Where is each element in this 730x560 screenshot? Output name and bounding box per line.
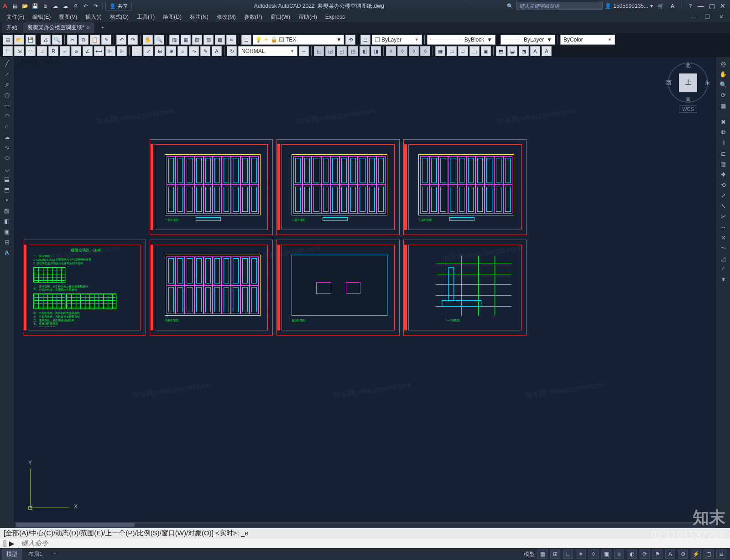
menu-view[interactable]: 视图(V) <box>55 12 81 22</box>
nav-showmot-icon[interactable]: ▦ <box>718 101 728 110</box>
iso-sw-icon[interactable]: ◊ <box>386 46 396 56</box>
workspace-icon[interactable]: ⚙ <box>678 550 688 559</box>
ucs-icon[interactable]: XY <box>30 467 71 508</box>
saveas-icon[interactable]: 🗎 <box>41 2 49 10</box>
dim-space-icon[interactable]: ⋮ <box>132 46 142 56</box>
toolpalettes-icon[interactable]: ▧ <box>192 35 202 45</box>
nav-orbit-icon[interactable]: ⟳ <box>718 90 728 99</box>
point-icon[interactable]: • <box>2 195 12 204</box>
command-line[interactable]: ▶_ 键入命令 <box>0 539 730 548</box>
linetype-dropdown[interactable]: ByBlock▼ <box>427 35 495 45</box>
lineweight-dropdown[interactable]: ByLayer▼ <box>501 35 555 45</box>
dim-dia-icon[interactable]: ⌀ <box>71 46 81 56</box>
rectangle-icon[interactable]: ▭ <box>2 101 12 110</box>
menu-help[interactable]: 帮助(H) <box>295 12 321 22</box>
drawing-canvas[interactable]: [-][俯视][二维线框] 知末网 www.znzmo.com 知末网 www.… <box>14 57 716 528</box>
fillet-icon[interactable]: ◜ <box>718 264 728 273</box>
signed-in-user[interactable]: 👤 1505999135... ▾ <box>605 3 653 9</box>
copy2-icon[interactable]: ⧉ <box>718 128 728 137</box>
iso-se-icon[interactable]: ◊ <box>397 46 407 56</box>
tab-document[interactable]: 襄樊某办公楼空调图纸*✕ <box>23 22 94 33</box>
horizontal-scrollbar[interactable] <box>15 522 715 528</box>
wcs-label[interactable]: WCS <box>679 105 697 113</box>
erase-icon[interactable]: ✖ <box>718 117 728 126</box>
dim-jogline-icon[interactable]: ∿ <box>189 46 199 56</box>
chamfer-icon[interactable]: ◿ <box>718 254 728 263</box>
table-icon[interactable]: ⊞ <box>2 237 12 246</box>
selectioncycle-icon[interactable]: ⟳ <box>640 550 650 559</box>
properties-icon[interactable]: ▥ <box>169 35 179 45</box>
polyline-icon[interactable]: Ⳡ <box>2 80 12 89</box>
rotate-icon[interactable]: ⟲ <box>718 180 728 189</box>
match-icon[interactable]: ✎ <box>101 35 111 45</box>
polar-icon[interactable]: ✶ <box>576 550 586 559</box>
search-icon[interactable]: 🔍 <box>506 2 514 10</box>
menu-param[interactable]: 参数(P) <box>240 12 266 22</box>
dim-arc-icon[interactable]: ◠ <box>26 46 36 56</box>
customize-icon[interactable]: ≣ <box>716 550 726 559</box>
dim-break-icon[interactable]: ⤢ <box>143 46 153 56</box>
dim-base-icon[interactable]: ⊩ <box>105 46 115 56</box>
array-icon[interactable]: ▦ <box>718 159 728 168</box>
nav-zoom-icon[interactable]: 🔍 <box>718 80 728 89</box>
doc-minimize-icon[interactable]: — <box>687 13 699 21</box>
doc-restore-icon[interactable]: ❐ <box>701 13 714 21</box>
extend-icon[interactable]: → <box>718 222 728 231</box>
autocad-logo-icon[interactable]: A <box>3 2 7 10</box>
gradient-icon[interactable]: ◧ <box>2 216 12 225</box>
doc-close-icon[interactable]: ✕ <box>715 13 727 21</box>
grid-icon[interactable]: ▦ <box>537 550 548 559</box>
view-cube[interactable]: 上 北 南 东 西 <box>668 63 708 103</box>
undo2-icon[interactable]: ↶ <box>116 35 126 45</box>
trim-icon[interactable]: ✂ <box>718 212 728 221</box>
vp-clip-icon[interactable]: ▣ <box>481 46 491 56</box>
annomonitor-icon[interactable]: ⚑ <box>652 550 662 559</box>
maximize-icon[interactable]: ▢ <box>707 2 716 10</box>
ucs-back-icon[interactable]: ◳ <box>348 46 358 56</box>
copy-icon[interactable]: ⧉ <box>78 35 89 45</box>
layer-prev-icon[interactable]: ⟲ <box>345 35 355 45</box>
pan-icon[interactable]: ✋ <box>143 35 153 45</box>
ucs-front-icon[interactable]: ◰ <box>337 46 347 56</box>
new-doc-icon[interactable]: ▤ <box>3 35 13 45</box>
ucs-top-icon[interactable]: ◱ <box>314 46 324 56</box>
block-insert-icon[interactable]: ⬒ <box>496 46 506 56</box>
ucs-right-icon[interactable]: ◨ <box>371 46 381 56</box>
menu-tools[interactable]: 工具(T) <box>133 12 158 22</box>
lwt-icon[interactable]: ≡ <box>614 550 624 559</box>
dim-ord-icon[interactable]: ⟂ <box>37 46 47 56</box>
undo-icon[interactable]: ↶ <box>81 2 89 10</box>
offset-icon[interactable]: ⊏ <box>718 149 728 158</box>
viewport-label[interactable]: [-][俯视][二维线框] <box>17 58 61 66</box>
cmd-grip-icon[interactable] <box>3 540 6 547</box>
explode-icon[interactable]: ✶ <box>718 275 728 284</box>
cleanscreen-icon[interactable]: ▢ <box>704 550 714 559</box>
command-input[interactable]: 键入命令 <box>21 539 727 548</box>
vp-obj-icon[interactable]: ▢ <box>469 46 480 56</box>
tab-model[interactable]: 模型 <box>2 549 22 560</box>
break-icon[interactable]: ⤮ <box>718 233 728 242</box>
cloud-save-icon[interactable]: ☁ <box>61 2 69 10</box>
ucs-left-icon[interactable]: ◧ <box>360 46 370 56</box>
cloud-open-icon[interactable]: ☁ <box>51 2 59 10</box>
polygon-icon[interactable]: ⬠ <box>2 90 12 99</box>
vp-poly-icon[interactable]: ▱ <box>458 46 468 56</box>
designcenter-icon[interactable]: ▦ <box>181 35 191 45</box>
dim-jog-icon[interactable]: ⤾ <box>60 46 70 56</box>
attedit-icon[interactable]: A <box>542 46 552 56</box>
menu-draw[interactable]: 绘图(D) <box>159 12 185 22</box>
isodraft-icon[interactable]: ◊ <box>589 550 599 559</box>
open-doc-icon[interactable]: 📂 <box>14 35 24 45</box>
hatch-icon[interactable]: ▨ <box>2 206 12 215</box>
close-icon[interactable]: ✕ <box>718 2 727 10</box>
menu-window[interactable]: 窗口(W) <box>267 12 294 22</box>
menu-edit[interactable]: 编辑(E) <box>29 12 54 22</box>
markup-icon[interactable]: ▩ <box>215 35 225 45</box>
layer-dropdown[interactable]: 💡 ☀ 🔓 TEX ▼ <box>253 35 344 45</box>
tab-add[interactable]: + <box>49 549 61 559</box>
nav-pan-icon[interactable]: ✋ <box>718 69 728 79</box>
save-doc-icon[interactable]: 💾 <box>26 35 36 45</box>
color-dropdown[interactable]: ByLayer▼ <box>372 35 422 45</box>
hwacc-icon[interactable]: ⚡ <box>691 550 701 559</box>
textstyle-dropdown[interactable]: NORMAL▼ <box>238 46 297 56</box>
